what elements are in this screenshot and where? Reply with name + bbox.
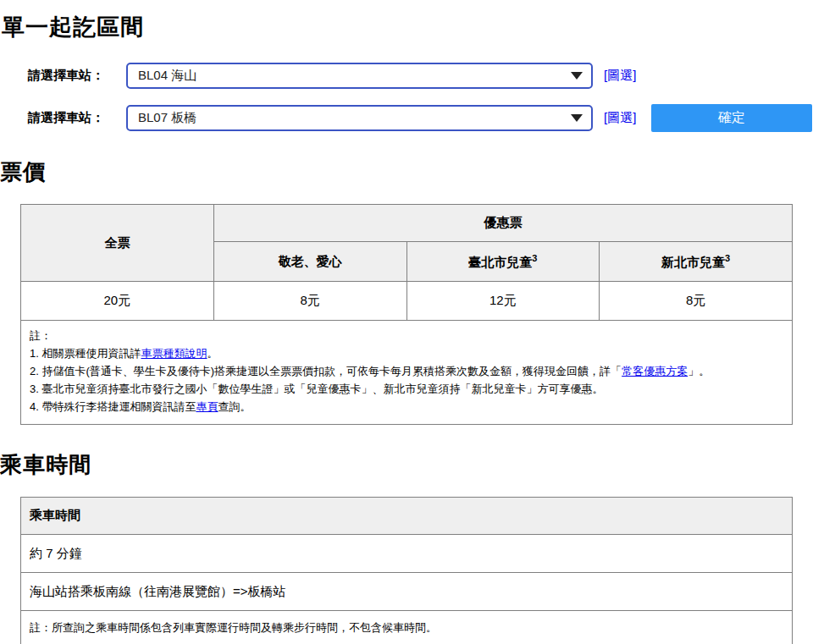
fare-table: 全票 優惠票 敬老、愛心 臺北市兒童3 新北市兒童3 20元 8元 12元 8元 [20,204,793,321]
station-row-1: 請選擇車站： BL04 海山 [圖選] [28,63,812,89]
note-1: 1. 相關票種使用資訊詳車票種類說明。 [30,344,783,362]
notes-label: 註： [30,327,783,344]
note-3: 3. 臺北市兒童須持臺北市發行之國小「數位學生證」或「兒童優惠卡」、新北市兒童須… [30,380,783,398]
footnote-marker: 3 [725,253,730,263]
time-table-header: 乘車時間 [21,498,793,535]
station-select-1-value: BL04 海山 [138,68,196,84]
time-section-title: 乘車時間 [0,450,824,480]
fare-header-newtaipei-child: 新北市兒童3 [600,242,793,282]
fare-value-taipei-child: 12元 [406,282,600,321]
chevron-down-icon [571,114,583,122]
fare-value-senior: 8元 [213,282,406,321]
fare-section-title: 票價 [0,157,824,187]
fare-notes: 註： 1. 相關票種使用資訊詳車票種類說明。 2. 持儲值卡(普通卡、學生卡及優… [20,320,793,425]
fare-header-senior: 敬老、愛心 [213,242,406,282]
chevron-down-icon [571,72,583,80]
fare-header-taipei-child: 臺北市兒童3 [406,242,600,282]
station-row-2: 請選擇車站： BL07 板橋 [圖選] 確定 [28,104,812,132]
map-select-link-2[interactable]: [圖選] [604,110,636,126]
page: 單一起訖區間 請選擇車站： BL04 海山 [圖選] 請選擇車站： BL07 板… [0,0,824,644]
station-label-1: 請選擇車站： [28,68,126,84]
confirm-button[interactable]: 確定 [651,104,812,132]
special-luggage-link[interactable]: 專頁 [196,400,218,413]
ticket-types-link[interactable]: 車票種類說明 [141,347,207,360]
note-2: 2. 持儲值卡(普通卡、學生卡及優待卡)搭乘捷運以全票票價扣款，可依每卡每月累積… [30,362,783,380]
footnote-marker: 3 [532,253,537,263]
page-title: 單一起訖區間 [2,12,824,42]
fare-value-newtaipei-child: 8元 [600,282,793,321]
frequent-rider-link[interactable]: 常客優惠方案 [622,365,688,377]
travel-time-table: 乘車時間 約 7 分鐘 海山站搭乘板南線（往南港展覽館）=>板橋站 註：所查詢之… [20,497,793,644]
note-4: 4. 帶特殊行李搭捷運相關資訊請至專頁查詢。 [30,398,783,416]
fare-header-discount: 優惠票 [213,205,792,242]
travel-duration: 約 7 分鐘 [21,535,793,573]
fare-header-full: 全票 [21,205,214,282]
travel-time-note: 註：所查詢之乘車時間係包含列車實際運行時間及轉乘步行時間，不包含候車時間。 [21,611,793,644]
station-select-2[interactable]: BL07 板橋 [126,105,593,131]
map-select-link-1[interactable]: [圖選] [604,68,636,84]
station-select-2-value: BL07 板橋 [138,110,196,126]
travel-route: 海山站搭乘板南線（往南港展覽館）=>板橋站 [21,573,793,611]
fare-value-full: 20元 [21,282,214,321]
station-select-1[interactable]: BL04 海山 [126,63,593,89]
station-label-2: 請選擇車站： [28,110,126,126]
